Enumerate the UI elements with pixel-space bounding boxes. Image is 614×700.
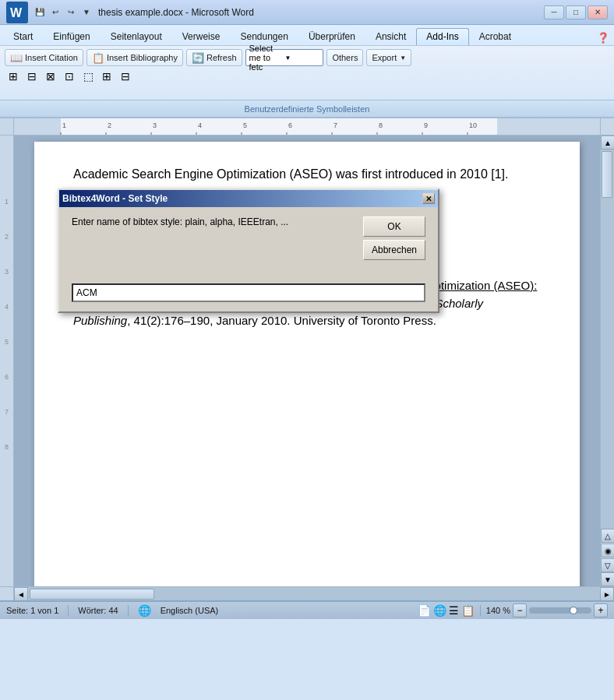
zoom-out-button[interactable]: − xyxy=(513,603,527,617)
tab-ueberprufen[interactable]: Überprüfen xyxy=(298,28,365,45)
toolbar-icon-4[interactable]: ⊡ xyxy=(61,68,78,85)
zoom-control: 📄 🌐 ☰ 📋 140 % − + xyxy=(418,603,608,617)
others-button[interactable]: Others xyxy=(326,49,363,66)
dialog-cancel-button[interactable]: Abbrechen xyxy=(363,240,425,260)
scroll-select-btn[interactable]: ◉ xyxy=(601,543,614,558)
dropdown-arrow-icon: ▼ xyxy=(284,55,319,62)
toolbar-icon-6[interactable]: ⊞ xyxy=(98,68,115,85)
scroll-thumb[interactable] xyxy=(602,151,612,198)
ruler-right xyxy=(600,118,614,135)
view-web-icon[interactable]: 🌐 xyxy=(433,604,446,617)
status-divider-2 xyxy=(128,605,129,616)
window-title: thesis example.docx - Microsoft Word xyxy=(98,7,254,18)
style-input-field[interactable] xyxy=(72,283,425,302)
scroll-page-down-btn[interactable]: ▽ xyxy=(601,558,614,572)
margin-num-2: 2 xyxy=(0,233,13,268)
insert-citation-label: Insert Citation xyxy=(25,53,78,62)
ruler-svg: 1 2 3 4 5 6 7 8 9 10 xyxy=(14,118,600,135)
scroll-page-up-btn[interactable]: △ xyxy=(601,529,614,543)
dialog-close-button[interactable]: ✕ xyxy=(422,193,435,204)
help-icon[interactable]: ❓ xyxy=(595,30,611,45)
customize-toolbar-bar[interactable]: Benutzerdefinierte Symbolleisten xyxy=(0,100,614,117)
h-scroll-track[interactable] xyxy=(28,587,600,600)
vertical-scrollbar: ▲ △ ◉ ▽ ▼ xyxy=(600,135,614,586)
export-button[interactable]: Export ▼ xyxy=(366,49,411,66)
ruler-main: 1 2 3 4 5 6 7 8 9 10 xyxy=(14,118,600,135)
undo-btn[interactable]: ↩ xyxy=(48,5,62,19)
svg-text:5: 5 xyxy=(243,121,247,129)
tab-verweise[interactable]: Verweise xyxy=(172,28,231,45)
quick-access-toolbar: 💾 ↩ ↪ ▼ xyxy=(33,5,94,19)
svg-text:8: 8 xyxy=(379,121,383,129)
svg-text:9: 9 xyxy=(424,121,428,129)
view-normal-icon[interactable]: 📄 xyxy=(418,604,431,617)
dialog-body: Enter name of bibtex style: plain, alpha… xyxy=(59,207,438,311)
maximize-button[interactable]: □ xyxy=(566,5,586,19)
list-icon: 📋 xyxy=(92,52,104,64)
toolbar-icon-5[interactable]: ⬚ xyxy=(79,68,97,85)
customize-label: Benutzerdefinierte Symbolleisten xyxy=(245,104,370,114)
zoom-slider-thumb[interactable] xyxy=(570,607,577,614)
tab-sendungen[interactable]: Sendungen xyxy=(230,28,298,45)
redo-btn[interactable]: ↪ xyxy=(64,5,78,19)
svg-text:2: 2 xyxy=(108,121,111,129)
qa-dropdown-btn[interactable]: ▼ xyxy=(79,5,94,19)
zoom-in-button[interactable]: + xyxy=(594,603,608,617)
svg-text:W: W xyxy=(10,6,23,19)
close-button[interactable]: ✕ xyxy=(588,5,608,19)
zoom-slider[interactable] xyxy=(529,607,591,614)
zoom-percent: 140 % xyxy=(486,606,510,615)
toolbar-icon-3[interactable]: ⊠ xyxy=(42,68,59,85)
tab-ansicht[interactable]: Ansicht xyxy=(365,28,416,45)
margin-numbers: 1 2 3 4 5 6 7 8 xyxy=(0,135,13,478)
tab-start[interactable]: Start xyxy=(3,28,43,45)
scroll-track[interactable] xyxy=(601,149,614,529)
left-margin-bar: 1 2 3 4 5 6 7 8 xyxy=(0,135,14,586)
scroll-up-button[interactable]: ▲ xyxy=(601,135,614,149)
save-quick-btn[interactable]: 💾 xyxy=(33,5,47,19)
refresh-label: Refresh xyxy=(206,53,237,62)
word-count: Wörter: 44 xyxy=(78,606,118,615)
h-scroll-right-btn[interactable]: ► xyxy=(600,587,614,601)
set-style-dialog: Bibtex4Word - Set Style ✕ Enter name of … xyxy=(58,188,439,313)
svg-text:7: 7 xyxy=(333,121,337,129)
refresh-icon: 🔄 xyxy=(192,52,204,64)
document-page: Academic Search Engine Optimization (ASE… xyxy=(34,142,580,586)
margin-num-3: 3 xyxy=(0,268,13,303)
minimize-button[interactable]: ─ xyxy=(544,5,564,19)
dialog-ok-button[interactable]: OK xyxy=(363,216,425,237)
margin-num-6: 6 xyxy=(0,373,13,408)
status-divider-3 xyxy=(480,605,481,616)
toolbar-icon-2[interactable]: ⊟ xyxy=(23,68,41,85)
document-body-text: Academic Search Engine Optimization (ASE… xyxy=(73,165,541,184)
dialog-text-area: Enter name of bibtex style: plain, alpha… xyxy=(72,216,343,260)
tab-einfuegen[interactable]: Einfügen xyxy=(43,28,100,45)
view-draft-icon[interactable]: 📋 xyxy=(461,604,475,617)
window-controls: ─ □ ✕ xyxy=(544,5,608,19)
refresh-button[interactable]: 🔄 Refresh xyxy=(186,49,242,66)
dialog-content-row: Enter name of bibtex style: plain, alpha… xyxy=(72,216,425,260)
export-dropdown-icon: ▼ xyxy=(400,55,406,62)
tab-addins[interactable]: Add-Ins xyxy=(416,28,468,45)
toolbar-icon-7[interactable]: ⊟ xyxy=(117,68,134,85)
insert-bibliography-label: Insert Bibliography xyxy=(107,53,178,62)
export-label: Export xyxy=(372,53,397,62)
select-me-dropdown[interactable]: Select me to fetc ▼ xyxy=(245,49,324,66)
tab-acrobat[interactable]: Acrobat xyxy=(469,28,521,45)
ribbon-content: 📖 Insert Citation 📋 Insert Bibliography … xyxy=(0,45,614,100)
status-divider-1 xyxy=(68,605,69,616)
svg-text:3: 3 xyxy=(153,121,157,129)
icon-toolbar-row: ⊞ ⊟ ⊠ ⊡ ⬚ ⊞ ⊟ xyxy=(5,66,609,86)
scroll-down-button[interactable]: ▼ xyxy=(601,572,614,586)
h-scroll-thumb[interactable] xyxy=(30,589,154,600)
margin-num-7: 7 xyxy=(0,408,13,443)
view-outline-icon[interactable]: ☰ xyxy=(449,604,459,617)
title-bar: W 💾 ↩ ↪ ▼ thesis example.docx - Microsof… xyxy=(0,0,614,25)
insert-bibliography-button[interactable]: 📋 Insert Bibliography xyxy=(86,49,183,66)
toolbar-icon-1[interactable]: ⊞ xyxy=(5,68,22,85)
insert-citation-button[interactable]: 📖 Insert Citation xyxy=(5,49,83,66)
svg-rect-3 xyxy=(14,118,61,135)
tab-seitenlayout[interactable]: Seitenlayout xyxy=(101,28,172,45)
h-scroll-left-btn[interactable]: ◄ xyxy=(14,587,28,601)
book-icon: 📖 xyxy=(10,52,23,64)
